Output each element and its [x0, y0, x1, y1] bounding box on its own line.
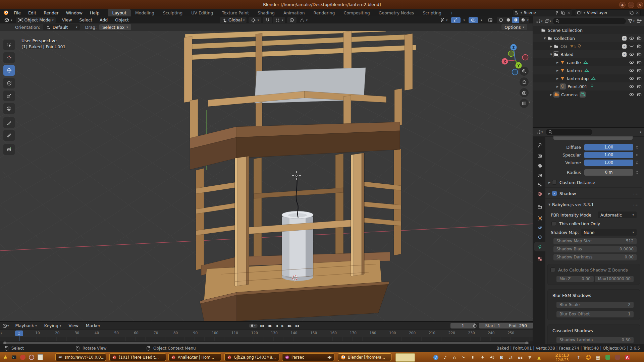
outliner-filter-dropdown[interactable]: ▾ — [628, 18, 635, 24]
hide-toggle-eye-icon[interactable] — [629, 68, 634, 73]
outliner-row-scene collection[interactable]: Scene Collection — [533, 26, 644, 34]
properties-tab-texture[interactable] — [534, 254, 545, 263]
window-minimize-button[interactable]: — — [628, 2, 634, 8]
render-visibility-camera-icon[interactable] — [637, 36, 642, 41]
frame-end-field[interactable]: End250 — [502, 323, 533, 328]
tab-sculpting[interactable]: Sculpting — [159, 9, 187, 16]
viewport-menu-object[interactable]: Object — [111, 16, 132, 24]
dropdown[interactable]: Automatic▾ — [598, 212, 637, 218]
toggle-projection-button[interactable] — [520, 99, 529, 108]
taskbar-window-3[interactable]: AnalieStar | Hom... — [168, 353, 221, 361]
orientation-default-dropdown[interactable]: Default▾ — [43, 24, 80, 30]
snap-dropdown[interactable]: ▾ — [273, 17, 285, 23]
timeline-menu-playback[interactable]: Playback ▾ — [12, 322, 41, 329]
files-launcher[interactable] — [36, 353, 44, 361]
expand-arrow[interactable]: ▶ — [547, 181, 552, 184]
hide-toggle-closed-eye-icon[interactable] — [629, 44, 634, 49]
next-keyframe-button[interactable]: ◆▶ — [286, 323, 293, 328]
drag-handle[interactable]: :::: — [633, 203, 639, 206]
tab-compositing[interactable]: Compositing — [339, 9, 374, 16]
tab-geometry-nodes[interactable]: Geometry Nodes — [374, 9, 418, 16]
taskbar-window-6[interactable]: Blender [/home/a... — [338, 353, 391, 361]
menu-render[interactable]: Render — [40, 9, 62, 16]
mic-tray-icon[interactable] — [479, 353, 486, 361]
updates-tray-icon[interactable]: ↑ — [575, 353, 582, 361]
outliner-row-candle[interactable]: ▶candle — [533, 58, 644, 66]
hide-toggle-eye-icon[interactable] — [629, 76, 634, 81]
drag-handle[interactable]: :::: — [633, 192, 639, 195]
prop-slider[interactable]: 1.00 — [584, 144, 633, 150]
min-z-field[interactable]: Min Z0.00 — [556, 276, 594, 282]
info-tray-icon[interactable]: i — [432, 353, 439, 361]
sidebar-collapse-arrow[interactable]: ‹ — [529, 100, 530, 104]
camera-view-button[interactable] — [520, 88, 529, 97]
mode-dropdown[interactable]: Object Mode▾ — [16, 17, 56, 23]
options-dropdown[interactable]: Options▾ — [501, 24, 527, 30]
timeline-ruler[interactable]: 〉 1 102030405060708090100110120130140150… — [0, 329, 533, 337]
green-app-tray-icon[interactable] — [604, 353, 611, 361]
prev-keyframe-button[interactable]: ◀◆ — [266, 323, 273, 328]
show-gizmo-toggle[interactable] — [451, 17, 461, 23]
prop-field[interactable]: Blur Scale2 — [556, 302, 634, 308]
playhead[interactable] — [19, 333, 19, 341]
expand-arrow[interactable]: ▶ — [555, 69, 560, 72]
tab-layout[interactable]: Layout — [108, 9, 131, 16]
animate-dot[interactable] — [636, 162, 638, 164]
timeline-expand-arrow[interactable]: 〉 — [1, 331, 2, 335]
outliner-row-collection[interactable]: ▼Collection✓ — [533, 34, 644, 42]
remove-viewlayer-icon[interactable]: × — [636, 10, 639, 15]
auto-keying-toggle[interactable]: ▾ — [249, 324, 258, 328]
shading-dropdown[interactable]: ▾ — [527, 18, 529, 22]
red-a-tray-icon[interactable]: A — [624, 353, 631, 361]
expand-arrow[interactable]: ▶ — [555, 61, 560, 64]
bluetooth-tray-icon[interactable]: B — [498, 353, 505, 361]
outliner-row-point-001[interactable]: ▶Point.001 — [533, 82, 644, 90]
properties-tab-view-layer[interactable] — [534, 171, 545, 180]
menu-help[interactable]: Help — [86, 9, 103, 16]
menu-file[interactable]: File — [10, 9, 24, 16]
taskbar-window-5[interactable]: Parsec — [282, 353, 334, 361]
move-tool[interactable] — [3, 65, 15, 76]
app-launcher-2[interactable] — [28, 353, 36, 361]
overlays-dropdown[interactable]: ▾ — [479, 17, 484, 23]
properties-tab-output[interactable] — [534, 161, 545, 171]
expand-arrow[interactable]: ▶ — [555, 85, 560, 88]
window-close-button[interactable]: ✕ — [637, 2, 643, 8]
prop-field[interactable]: Shadow Bias0.0000 — [553, 246, 637, 252]
tab-modeling[interactable]: Modeling — [131, 9, 159, 16]
music-tray-icon[interactable]: ♪ — [441, 353, 449, 361]
zoom-button[interactable] — [520, 67, 529, 76]
tab-scripting[interactable]: Scripting — [418, 9, 446, 16]
pause-tray-icon[interactable] — [470, 353, 477, 361]
properties-options-dropdown[interactable]: ▾ — [640, 130, 641, 134]
xray-toggle[interactable] — [486, 17, 495, 23]
cursor-tool[interactable] — [3, 52, 15, 63]
smiley-tray-icon[interactable]: ☺ — [585, 353, 592, 361]
timeline-menu-view[interactable]: View — [65, 322, 82, 329]
calculator-tray-icon[interactable]: ▦ — [594, 353, 602, 361]
taskbar-clock[interactable]: 21:13 12/8/23 — [552, 353, 573, 362]
tab-uv-editing[interactable]: UV Editing — [187, 9, 217, 16]
outliner-row-lantern[interactable]: ▶lantern — [533, 66, 644, 74]
measure-tool[interactable] — [3, 130, 15, 141]
properties-editor-dropdown[interactable]: ▾ — [536, 129, 543, 135]
render-visibility-camera-icon[interactable] — [637, 68, 642, 73]
object-visibility-dropdown[interactable]: ▾ — [437, 17, 450, 23]
outliner-row-lanterntop[interactable]: ▶lanterntop — [533, 74, 644, 82]
prop-slider[interactable]: 1.00 — [584, 160, 633, 166]
pin-icon[interactable] — [554, 10, 559, 15]
properties-tab-object[interactable] — [534, 214, 545, 223]
hide-toggle-eye-icon[interactable] — [629, 52, 634, 57]
expand-arrow[interactable]: ▶ — [549, 45, 553, 48]
unlink-scene-icon[interactable]: × — [567, 10, 571, 15]
properties-tab-tool[interactable] — [534, 140, 545, 150]
shading-material-button[interactable] — [512, 17, 519, 23]
tab-+[interactable]: + — [446, 9, 458, 16]
play-reverse-button[interactable]: ◀ — [274, 323, 279, 328]
exclude-checkbox[interactable]: ✓ — [622, 36, 627, 41]
exclude-checkbox[interactable]: ✓ — [622, 44, 627, 49]
render-visibility-camera-icon[interactable] — [637, 44, 642, 49]
drag-mode-dropdown[interactable]: Select Box▾ — [99, 24, 131, 30]
archive-tray-icon[interactable] — [614, 353, 621, 361]
shading-wireframe-button[interactable] — [497, 17, 504, 22]
